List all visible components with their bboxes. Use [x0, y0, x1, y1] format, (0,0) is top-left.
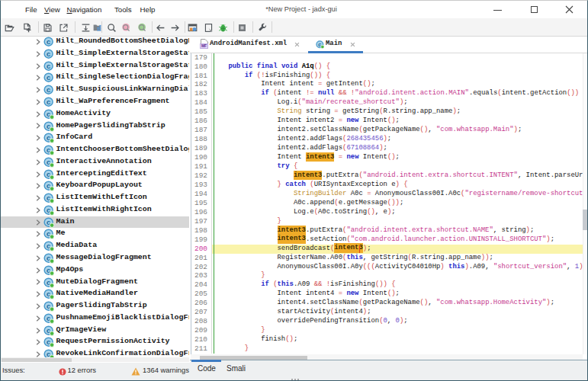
svg-text:c: c	[47, 98, 51, 107]
svg-text:c: c	[47, 38, 51, 46]
svg-text:MF: MF	[201, 43, 207, 48]
svg-text:c: c	[47, 74, 51, 82]
svg-text:c: c	[47, 86, 51, 94]
svg-text:c: c	[47, 50, 51, 59]
svg-text:c: c	[47, 62, 51, 71]
